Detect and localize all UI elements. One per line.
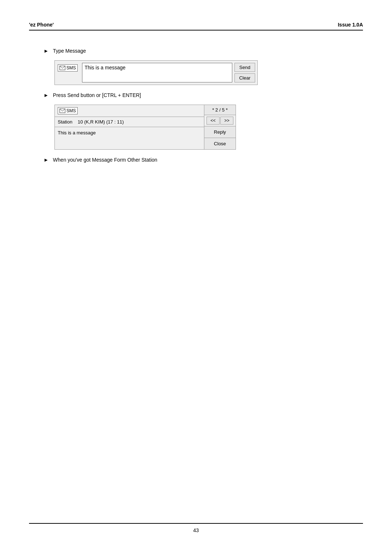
- received-right-panel: * 2 / 5 * << >> Reply Close: [204, 105, 236, 149]
- sms-received-box: SMS Station 10 (K,R KIM) (17 : 11) This …: [54, 105, 236, 150]
- received-left-panel: SMS Station 10 (K,R KIM) (17 : 11) This …: [55, 105, 204, 149]
- page-number: 43: [193, 527, 199, 533]
- bullet-arrow-1: ►: [44, 48, 49, 54]
- bullet-arrow-3: ►: [44, 157, 49, 163]
- sms-compose-label: SMS: [66, 65, 76, 70]
- message-input[interactable]: This is a message: [82, 63, 232, 82]
- sms-compose-icon: SMS: [58, 64, 78, 72]
- envelope-received-icon: [60, 109, 65, 113]
- envelope-icon: [60, 66, 65, 70]
- received-message: This is a message: [55, 127, 204, 142]
- received-station: Station 10 (K,R KIM) (17 : 11): [55, 117, 204, 127]
- page-counter: * 2 / 5 *: [204, 105, 236, 115]
- step1-bullet: ► Type Message: [44, 48, 348, 54]
- step3-bullet: ► When you've got Message Form Other Sta…: [44, 157, 348, 163]
- action-buttons: Reply Close: [204, 126, 236, 149]
- compose-buttons: Send Clear: [234, 63, 255, 82]
- page-footer: 43: [29, 523, 363, 533]
- header-title: 'ez Phone': [29, 22, 54, 28]
- nav-next-button[interactable]: >>: [220, 117, 233, 125]
- page-header: 'ez Phone' Issue 1.0A: [29, 22, 363, 31]
- station-label: Station: [58, 119, 72, 125]
- nav-prev-button[interactable]: <<: [207, 117, 220, 125]
- nav-buttons: << >>: [204, 115, 236, 126]
- step2-bullet: ► Press Send button or [CTRL + ENTER]: [44, 92, 348, 98]
- station-value: 10 (K,R KIM) (17 : 11): [78, 119, 124, 125]
- clear-button[interactable]: Clear: [234, 73, 255, 82]
- bullet-arrow-2: ►: [44, 92, 49, 98]
- close-button[interactable]: Close: [204, 138, 236, 149]
- header-issue: Issue 1.0A: [338, 22, 363, 28]
- sms-icon-area: SMS: [57, 63, 80, 82]
- reply-button[interactable]: Reply: [204, 126, 236, 138]
- step1-text: Type Message: [53, 48, 86, 54]
- sms-compose-box: SMS This is a message Send Clear: [54, 60, 258, 85]
- sms-received-label: SMS: [66, 108, 76, 113]
- step2-text: Press Send button or [CTRL + ENTER]: [53, 92, 141, 98]
- sms-received-icon: SMS: [58, 107, 78, 114]
- step3-text: When you've got Message Form Other Stati…: [53, 157, 157, 163]
- content-area: ► Type Message SMS This is a message Sen…: [29, 38, 363, 523]
- send-button[interactable]: Send: [234, 63, 255, 72]
- received-header: SMS: [55, 105, 204, 117]
